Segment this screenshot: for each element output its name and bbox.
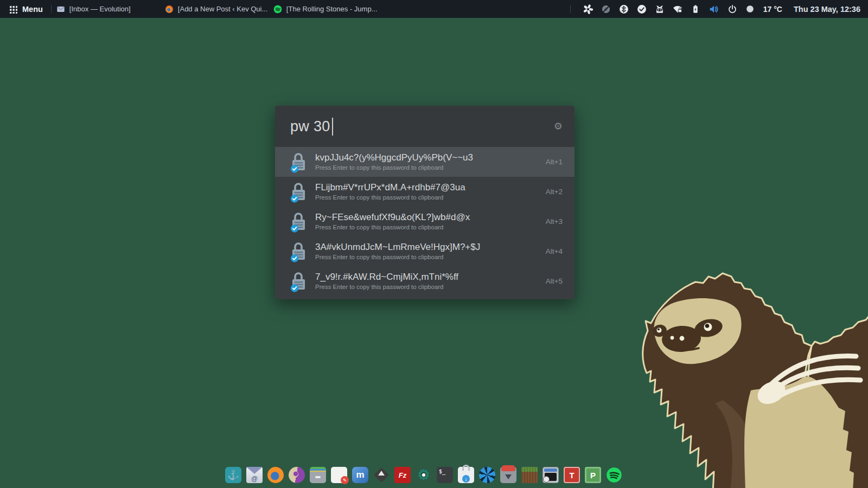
keepass-lock-icon xyxy=(290,151,307,173)
minecraft-icon[interactable] xyxy=(521,467,538,483)
task-button[interactable]: [The Rolling Stones - Jump... xyxy=(273,4,381,15)
result-hint: Press Enter to copy this password to cli… xyxy=(315,253,480,261)
keepass-lock-icon xyxy=(290,211,307,233)
shortcut-label: Alt+4 xyxy=(546,247,563,255)
keepass-lock-icon xyxy=(290,241,307,262)
sloth-wallpaper xyxy=(629,266,868,488)
password-text: kvpJJu4c?(y%HggcdPyUy%Pb(V~~u3 xyxy=(315,152,473,163)
backup-plunger-icon[interactable] xyxy=(500,467,516,483)
window-task-list: [Inbox — Evolution][Add a New Post ‹ Kev… xyxy=(56,4,381,15)
result-hint: Press Enter to copy this password to cli… xyxy=(315,164,473,172)
terminal-icon[interactable]: $_ xyxy=(437,467,453,483)
disabled-slash-tray-icon[interactable] xyxy=(601,4,611,15)
panel-separator xyxy=(51,5,52,13)
password-result[interactable]: 3A#vkUnmdJcM~LmRmeVe!Hgx]M?+$JPress Ente… xyxy=(275,236,575,266)
evolution-mail-icon[interactable]: @ xyxy=(246,467,263,483)
dock: ⚓@✎mFz⚙$_↓TP xyxy=(225,467,622,483)
brightness-tray-icon[interactable] xyxy=(745,4,755,14)
blue-shutter-icon[interactable] xyxy=(479,467,495,483)
top-panel: Menu [Inbox — Evolution][Add a New Post … xyxy=(0,0,868,18)
file-cabinet-icon[interactable] xyxy=(310,467,326,483)
anchor-app-icon[interactable]: ⚓ xyxy=(225,467,241,483)
launcher-window: pw 30 kvpJJu4c?(y%HggcdPyUy%Pb(V~~u3Pres… xyxy=(275,106,575,299)
text-caret xyxy=(332,118,333,136)
result-hint: Press Enter to copy this password to cli… xyxy=(315,283,458,291)
keepass-lock-icon xyxy=(290,181,307,203)
password-result[interactable]: Ry~FEse&wefufXf9u&o(KL?]wb#d@xPress Ente… xyxy=(275,207,575,236)
keepass-lock-icon xyxy=(290,271,307,292)
result-hint: Press Enter to copy this password to cli… xyxy=(315,194,465,202)
password-text: 3A#vkUnmdJcM~LmRmeVe!Hgx]M?+$J xyxy=(315,241,480,253)
temperature-indicator[interactable]: 17 °C xyxy=(763,5,782,14)
mastodon-icon[interactable]: m xyxy=(352,467,368,483)
password-text: Ry~FEse&wefufXf9u&o(KL?]wb#d@x xyxy=(315,211,470,223)
firefox-icon[interactable] xyxy=(267,467,284,483)
shortcut-label: Alt+3 xyxy=(546,217,563,226)
panel-separator xyxy=(570,5,571,13)
shortcut-label: Alt+1 xyxy=(546,158,563,166)
password-text: FLijbm#V*rrUPx*dM.A+rdhb#7@3ua xyxy=(315,182,465,193)
settings-gear-icon[interactable]: ⚙ xyxy=(416,467,432,483)
retro-terminal-icon[interactable] xyxy=(542,467,559,483)
clock[interactable]: Thu 23 May, 12:36 xyxy=(794,5,860,14)
inkscape-icon[interactable] xyxy=(373,467,390,483)
spotify-icon[interactable] xyxy=(606,467,622,483)
menu-button[interactable]: Menu xyxy=(5,5,46,14)
task-label: [Inbox — Evolution] xyxy=(69,5,131,13)
firefox-icon xyxy=(165,5,174,14)
search-input[interactable]: pw 30 xyxy=(290,118,330,135)
power-tray-icon[interactable] xyxy=(727,4,738,15)
password-result[interactable]: 7_v9!r.#kAW.Rd~CmjMiX,mTni*%ffPress Ente… xyxy=(275,266,575,296)
result-hint: Press Enter to copy this password to cli… xyxy=(315,223,470,232)
desktop: Menu [Inbox — Evolution][Add a New Post … xyxy=(0,0,868,488)
task-button[interactable]: [Inbox — Evolution] xyxy=(56,4,164,15)
system-tray xyxy=(583,3,755,15)
p-app-icon[interactable]: P xyxy=(585,467,601,483)
task-button[interactable]: [Add a New Post ‹ Kev Qui... xyxy=(165,4,272,15)
launcher-results: kvpJJu4c?(y%HggcdPyUy%Pb(V~~u3Press Ente… xyxy=(275,147,575,296)
password-result[interactable]: FLijbm#V*rrUPx*dM.A+rdhb#7@3uaPress Ente… xyxy=(275,177,575,207)
shortcut-label: Alt+2 xyxy=(546,188,563,196)
password-text: 7_v9!r.#kAW.Rd~CmjMiX,mTni*%ff xyxy=(315,271,458,282)
app-grid-icon xyxy=(9,5,17,14)
spotify-icon xyxy=(273,5,282,14)
wifi-secure-tray-icon[interactable] xyxy=(672,4,683,15)
gear-icon[interactable] xyxy=(554,121,563,131)
filezilla-icon[interactable]: Fz xyxy=(394,467,411,483)
picard-disc-icon[interactable] xyxy=(289,467,305,483)
volume-tray-icon[interactable] xyxy=(708,3,720,15)
bluetooth-tray-icon[interactable] xyxy=(618,4,629,15)
check-circle-tray-icon[interactable] xyxy=(636,4,647,15)
notes-icon[interactable]: ✎ xyxy=(331,467,347,483)
task-label: [Add a New Post ‹ Kev Qui... xyxy=(178,5,267,13)
t-app-icon[interactable]: T xyxy=(564,467,580,483)
creature-tray-icon[interactable] xyxy=(654,4,665,15)
shutter-tray-icon[interactable] xyxy=(583,4,593,15)
password-result[interactable]: kvpJJu4c?(y%HggcdPyUy%Pb(V~~u3Press Ente… xyxy=(275,147,575,177)
software-store-icon[interactable]: ↓ xyxy=(458,467,474,483)
battery-charging-tray-icon[interactable] xyxy=(690,4,701,15)
evolution-mail-icon xyxy=(56,5,65,14)
task-label: [The Rolling Stones - Jump... xyxy=(286,5,378,13)
launcher-input-row: pw 30 xyxy=(275,106,575,147)
menu-label: Menu xyxy=(22,5,43,14)
shortcut-label: Alt+5 xyxy=(546,277,563,285)
